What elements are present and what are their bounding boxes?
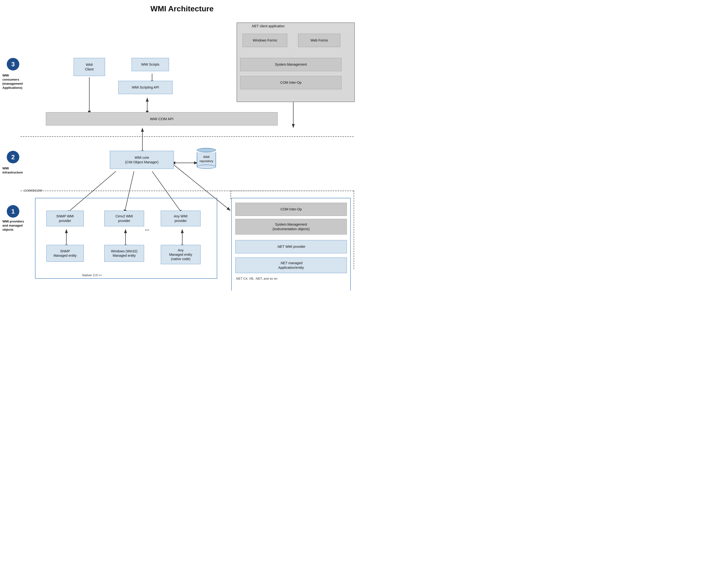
providers-left-outer	[35, 198, 217, 279]
badge-1: 1	[7, 205, 19, 218]
snmp-wmi-provider-box: SNMP WMIprovider	[46, 211, 84, 226]
wmi-core-box: WMI core(CIM Object Manager)	[110, 151, 174, 169]
dashed-h-bottom-right	[231, 191, 354, 191]
nativer-label: Nativer C/C++	[82, 273, 102, 277]
wmi-client-box: WMIClient	[74, 58, 105, 76]
web-forms-box: Web Forms	[298, 34, 340, 47]
page-title: WMI Architecture	[0, 0, 364, 16]
windows-forms-box: Windows Forms	[242, 34, 287, 47]
dashed-separator-3-2	[21, 136, 354, 137]
badge-3: 3	[7, 58, 19, 71]
badge-label-3: WMI consumers (management Applications)	[2, 74, 25, 90]
system-management-instr-box: System.Management(instrumentation object…	[235, 219, 347, 235]
net-wmi-provider-box: .NET WMI provider	[235, 240, 347, 253]
com-interop-bottom-box: COM Inter-Op	[235, 203, 347, 216]
dots-label: ...	[145, 226, 149, 232]
badge-label-2: WMI infrastructure	[2, 166, 25, 175]
wmi-scripts-box: WMI Scripts	[132, 58, 169, 71]
badge-2: 2	[7, 151, 19, 163]
com-interop-top-box: COM Inter-Op	[240, 76, 342, 89]
snmp-managed-entity-box: SNMPManaged entity	[46, 245, 84, 262]
wmi-scripting-api-box: WMI Scripting API	[118, 81, 173, 94]
system-management-top-box: System.Management	[240, 58, 342, 71]
net-managed-app-box: .NET managedApplication/entity	[235, 258, 347, 273]
any-wmi-provider-box: Any WMIprovider	[161, 211, 201, 226]
net-client-app-label: .NET client application	[251, 24, 285, 28]
cimv2-wmi-provider-box: Cimv2 WMIprovider	[104, 211, 144, 226]
badge-label-1: WMI providers and managed objects	[2, 219, 25, 232]
wmi-com-api-box: WMI COM API	[46, 112, 278, 126]
net-footer-label: .NET C#, VB, .NET, and so on	[235, 277, 277, 280]
diagram-container: 3 WMI consumers (management Applications…	[0, 16, 364, 290]
dashed-v-right	[354, 191, 354, 269]
dashed-v-left-bottom	[231, 191, 231, 199]
wmi-repository: WMIrepository	[197, 148, 216, 169]
any-managed-entity-box: AnyManaged entity(native code)	[161, 245, 201, 264]
com-dcom-label: COM/DCOM	[24, 189, 42, 192]
windows-managed-entity-box: Windows (Win32)Managed entity	[104, 245, 144, 262]
